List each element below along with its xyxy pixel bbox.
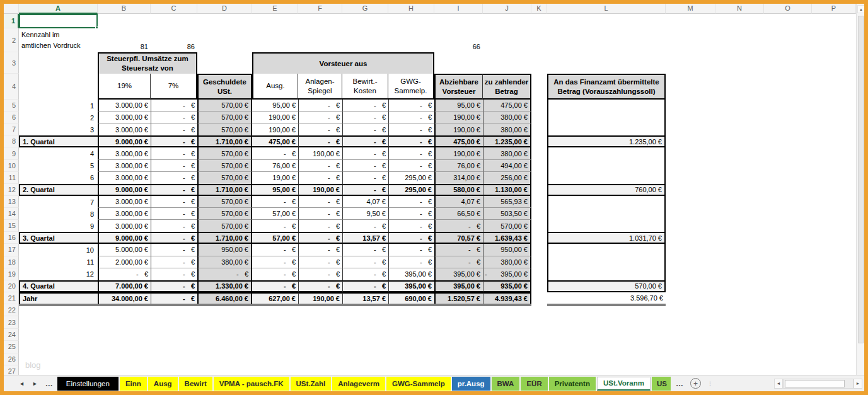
cell-G10[interactable]: - €	[342, 160, 388, 172]
cell-J5[interactable]: 475,00 €	[483, 100, 531, 112]
cell-D9[interactable]: 570,00 €	[197, 147, 252, 159]
cell-B12[interactable]: 9.000,00 €	[98, 184, 151, 196]
cell-C12[interactable]: - €	[151, 184, 197, 196]
col-header-F[interactable]: F	[298, 4, 342, 14]
cell-G13[interactable]: 4,07 €	[342, 196, 388, 208]
cell-F13[interactable]: - €	[298, 196, 342, 208]
cell-D12[interactable]: 1.710,00 €	[197, 184, 252, 196]
cell-I18[interactable]: - €	[434, 256, 483, 268]
row-header-20[interactable]: 20	[4, 280, 19, 292]
row-header-2[interactable]: 2	[4, 28, 19, 52]
cell-G8[interactable]: - €	[342, 135, 388, 147]
cell-J6[interactable]: 380,00 €	[483, 112, 531, 123]
cell-L14[interactable]	[547, 208, 666, 220]
cell-A20[interactable]: 4. Quartal	[19, 280, 98, 292]
sheet-tab-pr-ausg[interactable]: pr.Ausg	[452, 377, 490, 391]
sheet-tab-ust-voranm[interactable]: USt.Voranm	[597, 377, 651, 391]
hscroll-thumb[interactable]	[785, 380, 845, 387]
cell-I16[interactable]: 70,57 €	[434, 232, 483, 244]
sheet-tab-us[interactable]: US	[652, 377, 671, 391]
cell-G9[interactable]: - €	[342, 147, 388, 159]
cell-C11[interactable]: - €	[151, 172, 197, 184]
cell-D13[interactable]: 570,00 €	[197, 196, 252, 208]
cell-I21[interactable]: 1.520,57 €	[434, 292, 483, 304]
row-header-6[interactable]: 6	[4, 112, 19, 123]
row-header-4[interactable]: 4	[4, 74, 19, 100]
tab-nav-left-icon[interactable]: ◄	[15, 381, 28, 387]
cell-B20[interactable]: 7.000,00 €	[98, 280, 151, 292]
cell-F11[interactable]: - €	[298, 172, 342, 184]
fill-handle[interactable]	[95, 26, 98, 29]
cell-I14[interactable]: 66,50 €	[434, 208, 483, 220]
cell-I17[interactable]: - €	[434, 244, 483, 256]
cell-L21[interactable]: 3.596,70 €	[547, 292, 666, 304]
cell-J9[interactable]: 380,00 €	[483, 147, 531, 159]
cell-L15[interactable]	[547, 220, 666, 232]
cell-I11[interactable]: 314,00 €	[434, 172, 483, 184]
cell-A12[interactable]: 2. Quartal	[19, 184, 98, 196]
cell-L12[interactable]: 760,00 €	[547, 184, 666, 196]
add-sheet-button[interactable]: +	[690, 378, 701, 389]
cell-J8[interactable]: 1.235,00 €	[483, 135, 531, 147]
cell-G14[interactable]: 9,50 €	[342, 208, 388, 220]
sheet-tab-ausg[interactable]: Ausg	[148, 377, 178, 391]
cell-A19[interactable]: 12	[19, 268, 98, 280]
cell-J19[interactable]: -395,00 €	[483, 268, 531, 280]
sheet-tab-e-r[interactable]: EÜR	[521, 377, 547, 391]
cell-H11[interactable]: 295,00 €	[388, 172, 434, 184]
cell-A18[interactable]: 11	[19, 256, 98, 268]
cell-D5[interactable]: 570,00 €	[197, 100, 252, 112]
cell-D7[interactable]: 570,00 €	[197, 123, 252, 135]
cell-J13[interactable]: 565,93 €	[483, 196, 531, 208]
sheet-tab-anlageverm[interactable]: Anlageverm	[332, 377, 385, 391]
cell-G20[interactable]: - €	[342, 280, 388, 292]
cell-C8[interactable]: - €	[151, 135, 197, 147]
header-ausg[interactable]: Ausg.	[252, 74, 298, 100]
cell-B8[interactable]: 9.000,00 €	[98, 135, 151, 147]
scroll-up-icon[interactable]: ▲	[857, 5, 865, 13]
cell-I12[interactable]: 580,00 €	[434, 184, 483, 196]
cell-B6[interactable]: 3.000,00 €	[98, 112, 151, 123]
cell-I19[interactable]: 395,00 €	[434, 268, 483, 280]
col-header-E[interactable]: E	[252, 4, 298, 14]
cell-G12[interactable]: - €	[342, 184, 388, 196]
cell-G16[interactable]: 13,57 €	[342, 232, 388, 244]
cell-E17[interactable]: - €	[252, 244, 298, 256]
cell-E10[interactable]: 76,00 €	[252, 160, 298, 172]
cell-G5[interactable]: - €	[342, 100, 388, 112]
cell-A13[interactable]: 7	[19, 196, 98, 208]
cell-J17[interactable]: 950,00 €	[483, 244, 531, 256]
row-header-18[interactable]: 18	[4, 256, 19, 268]
cell-D15[interactable]: 570,00 €	[197, 220, 252, 232]
cell-J20[interactable]: 935,00 €	[483, 280, 531, 292]
cell-C16[interactable]: - €	[151, 232, 197, 244]
cell-C9[interactable]: - €	[151, 147, 197, 159]
cell-F7[interactable]: - €	[298, 123, 342, 135]
cell-G15[interactable]: - €	[342, 220, 388, 232]
cell-G7[interactable]: - €	[342, 123, 388, 135]
cell-A10[interactable]: 5	[19, 160, 98, 172]
cell-D14[interactable]: 570,00 €	[197, 208, 252, 220]
tab-nav-right-icon[interactable]: ►	[28, 381, 42, 387]
cell-J16[interactable]: 1.639,43 €	[483, 232, 531, 244]
code-cell-B2[interactable]: 81	[98, 28, 151, 52]
cell-E21[interactable]: 627,00 €	[252, 292, 298, 304]
cell-H7[interactable]: - €	[388, 123, 434, 135]
row-header-23[interactable]: 23	[4, 316, 19, 328]
cell-D18[interactable]: 380,00 €	[197, 256, 252, 268]
cell-G19[interactable]: - €	[342, 268, 388, 280]
cell-I7[interactable]: 190,00 €	[434, 123, 483, 135]
row-header-26[interactable]: 26	[4, 353, 19, 365]
col-header-L[interactable]: L	[547, 4, 666, 14]
code-cell-I2[interactable]: 66	[434, 28, 483, 52]
cell-F19[interactable]: - €	[298, 268, 342, 280]
cell-D8[interactable]: 1.710,00 €	[197, 135, 252, 147]
cell-H9[interactable]: - €	[388, 147, 434, 159]
cell-C14[interactable]: - €	[151, 208, 197, 220]
col-header-K[interactable]: K	[531, 4, 547, 14]
cell-J11[interactable]: 256,00 €	[483, 172, 531, 184]
cell-D16[interactable]: 1.710,00 €	[197, 232, 252, 244]
cell-H14[interactable]: - €	[388, 208, 434, 220]
row-header-19[interactable]: 19	[4, 268, 19, 280]
cell-G18[interactable]: - €	[342, 256, 388, 268]
